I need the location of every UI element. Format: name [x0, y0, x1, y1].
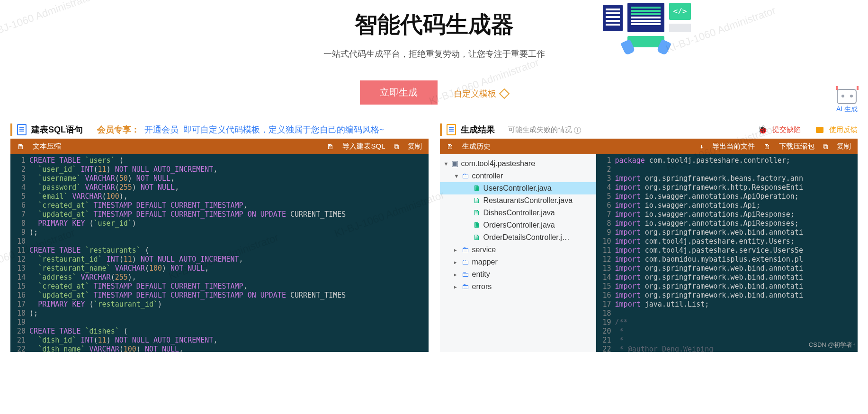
export-icon: ⬇: [699, 142, 704, 151]
compress-icon: 🗎: [17, 142, 24, 151]
copy-icon: ⧉: [394, 142, 399, 151]
tree-package[interactable]: ▼▣ com.tool4j.pasteshare: [440, 157, 596, 170]
tree-folder-entity[interactable]: ▸🗀 entity: [440, 268, 596, 281]
hero-illustration: </>: [603, 3, 698, 55]
document-icon: [17, 124, 27, 135]
result-icon: [447, 124, 456, 135]
zip-icon: 🗎: [763, 142, 770, 151]
sql-panel-title: 建表SQL语句: [31, 124, 83, 135]
info-icon: i: [574, 127, 581, 134]
sql-toolbar: 🗎 文本压缩 🗎 导入建表SQL ⧉ 复制: [10, 139, 429, 154]
page-title: 智能代码生成器: [0, 9, 868, 40]
page-subtitle: 一站式代码生成平台，拒绝重复劳动，让您专注于重要工作: [0, 48, 868, 60]
feedback-icon: [816, 127, 823, 133]
tree-folder-controller[interactable]: ▼🗀 controller: [440, 170, 596, 182]
copy-sql-button[interactable]: 复制: [408, 142, 422, 151]
java-editor[interactable]: 12345678910111213141516171819202122 pack…: [596, 154, 858, 352]
hero-header: 智能代码生成器 一站式代码生成平台，拒绝重复劳动，让您专注于重要工作 </>: [0, 0, 868, 60]
member-tail: 即可自定义代码模板，定义独属于您自己的编码风格~: [183, 124, 385, 135]
diamond-icon: [499, 88, 510, 99]
result-panel-title: 生成结果: [461, 124, 495, 135]
accent-bar: [440, 123, 442, 136]
result-panel: 生成结果 可能生成失败的情况 i 🐞 提交缺陷 使用反馈 🗎 生成历史 ⬇ 导出…: [440, 121, 858, 352]
tree-file[interactable]: 🗎 DishesController.java: [440, 207, 596, 219]
tree-folder-errors[interactable]: ▸🗀 errors: [440, 281, 596, 293]
import-sql-button[interactable]: 导入建表SQL: [342, 142, 385, 151]
tree-folder-service[interactable]: ▸🗀 service: [440, 244, 596, 256]
bug-icon: 🐞: [758, 125, 768, 135]
tree-file[interactable]: 🗎 RestaurantsController.java: [440, 194, 596, 207]
tree-file[interactable]: 🗎 UsersController.java: [440, 182, 596, 194]
ai-generate-button[interactable]: AI 生成: [836, 89, 858, 114]
result-toolbar: 🗎 生成历史 ⬇ 导出当前文件 🗎 下载压缩包 ⧉ 复制: [440, 139, 858, 154]
copy-icon: ⧉: [823, 142, 828, 151]
compress-button[interactable]: 文本压缩: [33, 142, 61, 151]
robot-icon: [837, 89, 857, 104]
custom-template-link[interactable]: 自定义模板: [454, 88, 508, 99]
tree-file[interactable]: 🗎 OrderDetailsController.j…: [440, 231, 596, 244]
generate-button[interactable]: 立即生成: [360, 80, 438, 105]
sql-editor[interactable]: 12345678910111213141516171819202122 CREA…: [10, 154, 429, 352]
copy-result-button[interactable]: 复制: [837, 142, 851, 151]
report-bug-link[interactable]: 提交缺陷: [772, 125, 801, 134]
accent-bar: [10, 123, 12, 136]
history-icon: 🗎: [447, 142, 454, 151]
history-button[interactable]: 生成历史: [462, 142, 491, 151]
tree-folder-mapper[interactable]: ▸🗀 mapper: [440, 256, 596, 268]
fail-hint-link[interactable]: 可能生成失败的情况 i: [508, 125, 581, 134]
member-label: 会员专享：: [97, 124, 140, 135]
tree-file[interactable]: 🗎 OrdersController.java: [440, 219, 596, 231]
sql-panel: 建表SQL语句 会员专享： 开通会员 即可自定义代码模板，定义独属于您自己的编码…: [10, 121, 429, 352]
feedback-link[interactable]: 使用反馈: [829, 125, 858, 134]
open-vip-link[interactable]: 开通会员: [144, 124, 179, 135]
export-current-button[interactable]: 导出当前文件: [712, 142, 755, 151]
download-zip-button[interactable]: 下载压缩包: [779, 142, 814, 151]
footer-credit: CSDN @初学者↑: [809, 341, 856, 349]
action-row: 立即生成 自定义模板: [0, 80, 868, 105]
file-tree[interactable]: ▼▣ com.tool4j.pasteshare▼🗀 controller🗎 U…: [440, 154, 596, 352]
import-icon: 🗎: [327, 142, 334, 151]
